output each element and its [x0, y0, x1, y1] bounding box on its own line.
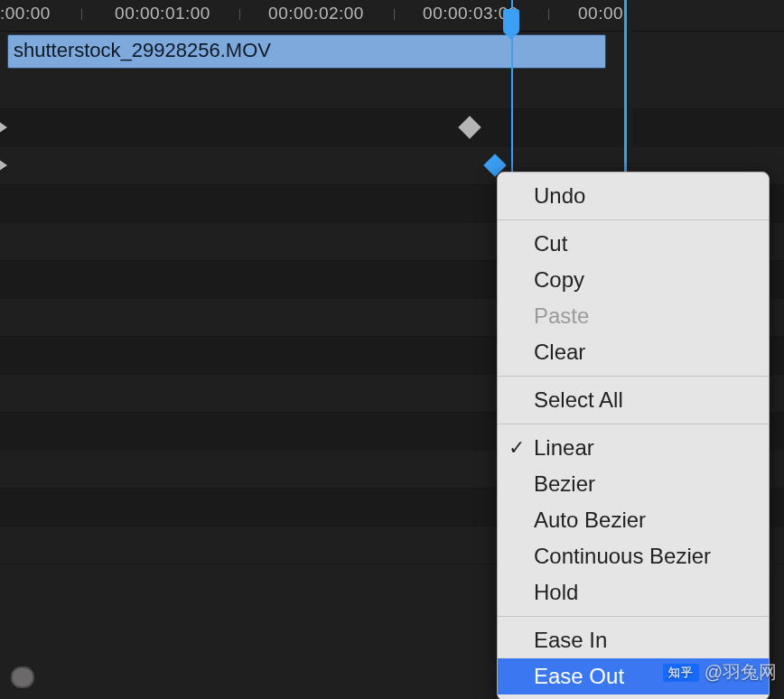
menu-hold[interactable]: Hold — [498, 574, 769, 610]
keyframe-unselected[interactable] — [458, 116, 481, 138]
menu-ease-in[interactable]: Ease In — [498, 622, 769, 658]
playhead-handle[interactable] — [503, 9, 519, 33]
menu-bezier[interactable]: Bezier — [498, 466, 769, 502]
timeline-panel: :00:00 00:00:01:00 00:00:02:00 00:00:03:… — [0, 0, 784, 699]
menu-undo[interactable]: Undo — [498, 178, 769, 214]
time-ruler[interactable]: :00:00 00:00:01:00 00:00:02:00 00:00:03:… — [0, 0, 784, 32]
menu-separator — [498, 424, 769, 424]
menu-separator — [498, 616, 769, 617]
menu-continuous-bezier[interactable]: Continuous Bezier — [498, 538, 769, 574]
keyframe-context-menu: Undo Cut Copy Paste Clear Select All Lin… — [497, 172, 770, 699]
ruler-label: 00:00 — [578, 4, 623, 23]
menu-select-all[interactable]: Select All — [498, 382, 769, 418]
menu-cut[interactable]: Cut — [498, 226, 769, 262]
menu-auto-bezier[interactable]: Auto Bezier — [498, 502, 769, 538]
ruler-label: 00:00:01:00 — [115, 4, 210, 23]
menu-linear[interactable]: Linear — [498, 430, 769, 466]
menu-clear[interactable]: Clear — [498, 334, 769, 370]
menu-separator — [498, 219, 769, 220]
menu-paste: Paste — [498, 298, 769, 334]
menu-ease-out[interactable]: Ease Out — [498, 658, 769, 694]
ruler-label: :00:00 — [0, 4, 51, 23]
menu-separator — [498, 376, 769, 377]
triangle-right-icon[interactable] — [0, 159, 7, 172]
ruler-label: 00:00:02:00 — [268, 4, 364, 23]
triangle-right-icon[interactable] — [0, 121, 7, 134]
horizontal-scrollbar-thumb[interactable] — [11, 666, 34, 688]
menu-copy[interactable]: Copy — [498, 262, 769, 298]
